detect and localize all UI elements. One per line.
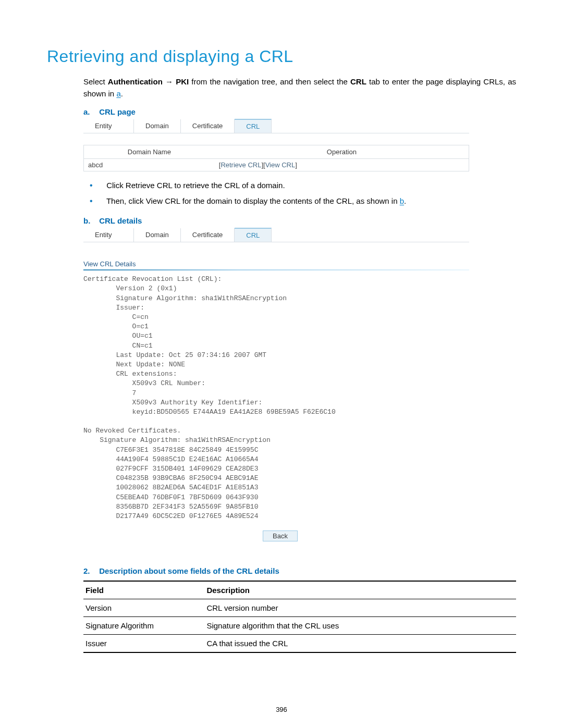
col-description: Description bbox=[204, 581, 516, 599]
field-description-table: Field Description Version CRL version nu… bbox=[83, 581, 516, 653]
tab-bar: Entity Domain Certificate CRL bbox=[83, 228, 469, 242]
cell-field: Signature Algorithm bbox=[83, 617, 204, 635]
list-item: Click Retrieve CRL to retrieve the CRL o… bbox=[104, 178, 516, 193]
tab-spacer bbox=[272, 119, 469, 133]
retrieve-crl-link[interactable]: Retrieve CRL bbox=[221, 161, 261, 169]
text: Then, click bbox=[106, 196, 146, 205]
tab-crl[interactable]: CRL bbox=[235, 228, 272, 242]
section-label: a. bbox=[83, 107, 97, 116]
page-title: Retrieving and displaying a CRL bbox=[47, 47, 516, 66]
text: . bbox=[404, 196, 406, 205]
crl-raw-output: Certificate Revocation List (CRL): Versi… bbox=[83, 275, 469, 521]
text: for the domain to display the contents o… bbox=[180, 196, 400, 205]
crl-details-figure: Entity Domain Certificate CRL View CRL D… bbox=[83, 228, 469, 541]
section-b-heading: b. CRL details bbox=[83, 216, 516, 225]
tab-spacer bbox=[272, 228, 469, 242]
view-crl-header: View CRL Details bbox=[83, 259, 469, 270]
list-item: Then, click View CRL for the domain to d… bbox=[104, 193, 516, 209]
tab-domain[interactable]: Domain bbox=[134, 119, 181, 133]
cell-field: Issuer bbox=[83, 635, 204, 653]
section-a-heading: a. CRL page bbox=[83, 107, 516, 116]
text: Select bbox=[83, 77, 108, 86]
retrieve-crl-term: Retrieve CRL bbox=[126, 181, 172, 190]
tab-domain[interactable]: Domain bbox=[134, 228, 181, 242]
instruction-list: Click Retrieve CRL to retrieve the CRL o… bbox=[47, 178, 516, 209]
col-field: Field bbox=[83, 581, 204, 599]
text: Click bbox=[106, 181, 126, 190]
tab-crl[interactable]: CRL bbox=[235, 119, 272, 133]
table-row: Version CRL version number bbox=[83, 599, 516, 617]
tab-certificate[interactable]: Certificate bbox=[181, 119, 235, 133]
cell-desc: CA that issued the CRL bbox=[204, 635, 516, 653]
tab-entity[interactable]: Entity bbox=[83, 228, 134, 242]
cell-domain-name: abcd bbox=[84, 158, 215, 171]
domain-table: Domain Name Operation abcd [Retrieve CRL… bbox=[83, 145, 469, 171]
table-row: Issuer CA that issued the CRL bbox=[83, 635, 516, 653]
col-domain-name: Domain Name bbox=[84, 145, 215, 158]
nav-pki: PKI bbox=[176, 77, 189, 86]
back-button[interactable]: Back bbox=[263, 530, 298, 541]
tab-entity[interactable]: Entity bbox=[83, 119, 134, 133]
text: from the navigation tree, and then selec… bbox=[189, 77, 350, 86]
text: to retrieve the CRL of a domain. bbox=[172, 181, 285, 190]
tab-bar: Entity Domain Certificate CRL bbox=[83, 119, 469, 133]
cell-desc: CRL version number bbox=[204, 599, 516, 617]
link-a[interactable]: a bbox=[116, 89, 120, 98]
table-row: Signature Algorithm Signature algorithm … bbox=[83, 617, 516, 635]
link-b[interactable]: b bbox=[400, 196, 404, 205]
section-title: CRL details bbox=[99, 216, 142, 225]
nav-authentication: Authentication bbox=[108, 77, 163, 86]
arrow-icon: → bbox=[165, 77, 173, 86]
section-title: Description about some fields of the CRL… bbox=[99, 566, 279, 575]
table-row: abcd [Retrieve CRL][View CRL] bbox=[84, 158, 469, 171]
text: . bbox=[121, 89, 123, 98]
tab-certificate[interactable]: Certificate bbox=[181, 228, 235, 242]
divider bbox=[83, 269, 469, 270]
cell-operation: [Retrieve CRL][View CRL] bbox=[215, 158, 469, 171]
section-label: b. bbox=[83, 216, 97, 225]
page-number: 396 bbox=[0, 706, 563, 713]
section-2-heading: 2. Description about some fields of the … bbox=[83, 566, 516, 575]
section-title: CRL page bbox=[99, 107, 136, 116]
view-crl-term: View CRL bbox=[146, 196, 180, 205]
cell-desc: Signature algorithm that the CRL uses bbox=[204, 617, 516, 635]
crl-tab-ref: CRL bbox=[350, 77, 366, 86]
crl-page-figure: Entity Domain Certificate CRL Domain Nam… bbox=[83, 119, 516, 171]
view-crl-link[interactable]: View CRL bbox=[265, 161, 296, 169]
intro-paragraph: Select Authentication → PKI from the nav… bbox=[47, 76, 516, 100]
section-label: 2. bbox=[83, 566, 97, 575]
col-operation: Operation bbox=[215, 145, 469, 158]
cell-field: Version bbox=[83, 599, 204, 617]
